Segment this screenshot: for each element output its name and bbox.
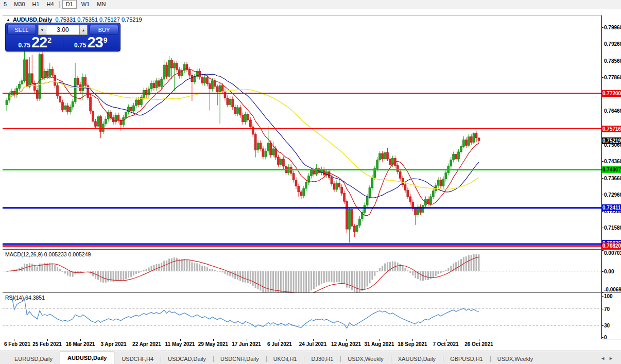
macd-indicator-panel[interactable] xyxy=(3,250,601,292)
tab-gbpusd-h1[interactable]: GBPUSD,H1 xyxy=(443,354,490,364)
date-axis-tick xyxy=(280,339,280,341)
price-badge-0.75716: 0.75716 xyxy=(602,126,621,132)
macd-axis-label: 0.007015 xyxy=(604,250,621,256)
date-axis-label: 11 May 2021 xyxy=(165,341,195,347)
tab-scroll-arrows[interactable]: ◄► xyxy=(600,356,617,361)
date-axis-label: 16 Mar 2021 xyxy=(66,341,95,347)
rsi-axis-tick xyxy=(601,309,603,309)
tab-ukoil-h1[interactable]: UKOil,H1 xyxy=(266,354,304,364)
price-axis-label: 0.79960 xyxy=(604,24,621,30)
date-axis-label: 18 Sep 2021 xyxy=(398,341,427,347)
date-axis-tick xyxy=(80,339,81,341)
price-axis-label: 0.78560 xyxy=(604,58,621,63)
date-axis-tick xyxy=(147,339,147,341)
date-axis-label: 6 Jul 2021 xyxy=(267,341,292,347)
tab-usdx-weekly[interactable]: USDX,Weekly xyxy=(340,354,390,364)
tab-usdx-weekly[interactable]: USDX,Weekly xyxy=(490,354,540,364)
price-axis-label: 0.79260 xyxy=(604,41,621,47)
collapse-arrow-icon[interactable]: ▲ xyxy=(6,18,10,22)
price-axis-tick xyxy=(601,27,603,28)
chart-tab-bar: EURUSD,DailyAUDUSD,DailyUSDCHF,H4USDCAD,… xyxy=(0,351,621,364)
date-axis-label: 12 Aug 2021 xyxy=(331,341,361,347)
date-axis-tick xyxy=(14,339,14,341)
chevron-up-icon: ▲ xyxy=(82,28,85,32)
price-axis-label: 0.71580 xyxy=(604,225,621,231)
price-badge-0.74007: 0.74007 xyxy=(602,166,621,173)
timeframe-button-w1[interactable]: W1 xyxy=(78,0,94,9)
tab-eurusd-daily[interactable]: EURUSD,Daily xyxy=(7,354,60,364)
price-axis-tick xyxy=(601,111,603,111)
date-axis-label: 22 Apr 2021 xyxy=(132,341,161,347)
date-axis-tick xyxy=(313,339,314,341)
timeframe-button-m30[interactable]: M30 xyxy=(10,0,28,9)
tab-usdcnh-daily[interactable]: USDCNH,Daily xyxy=(213,354,266,364)
date-axis-tick xyxy=(47,339,48,341)
timeframe-button-5[interactable]: 5 xyxy=(0,0,10,9)
date-axis-label: 26 Oct 2021 xyxy=(464,341,493,347)
sell-price-big: 22 xyxy=(31,35,47,50)
trading-terminal-window: 5M30H1H4D1W1MN ▲AUDUSD,Daily 0.75331 0.7… xyxy=(0,0,621,364)
price-badge-0.70820: 0.70820 xyxy=(602,242,621,249)
sell-price-display[interactable]: 0.75222 xyxy=(7,36,63,50)
price-axis-label: 0.73660 xyxy=(604,175,621,181)
timeframe-toolbar: 5M30H1H4D1W1MN xyxy=(0,0,621,9)
price-axis-label: 0.74360 xyxy=(604,159,621,164)
buy-button[interactable]: BUY xyxy=(90,25,118,35)
rsi-axis-label: 100 xyxy=(604,293,613,299)
date-axis-tick xyxy=(114,339,114,341)
timeframe-button-h1[interactable]: H1 xyxy=(29,0,43,9)
toolbar-separator xyxy=(111,1,111,8)
volume-input[interactable]: 3.00 xyxy=(46,25,79,35)
tab-audusd-daily[interactable]: AUDUSD,Daily xyxy=(60,352,114,364)
sell-price-prefix: 0.75 xyxy=(19,42,30,48)
timeframe-button-mn[interactable]: MN xyxy=(93,0,109,9)
date-axis-tick xyxy=(479,339,479,341)
date-axis-label: 24 Jul 2021 xyxy=(299,341,326,347)
rsi-axis-label: 70 xyxy=(604,306,610,311)
date-axis-label: 3 Apr 2021 xyxy=(100,341,126,347)
price-axis-label: 0.72960 xyxy=(604,192,621,198)
chevron-down-icon: ▼ xyxy=(41,28,44,32)
price-axis-tick xyxy=(601,77,603,78)
price-axis-tick xyxy=(601,145,603,145)
sell-button[interactable]: SELL xyxy=(7,25,36,35)
rsi-label: RSI(14) 64.3851 xyxy=(5,294,45,301)
one-click-trading-panel: SELL ▼ 3.00 ▲ BUY 0.75222 0.75239 xyxy=(5,23,120,51)
date-axis-tick xyxy=(412,339,413,341)
volume-decrease-button[interactable]: ▼ xyxy=(38,25,46,35)
price-axis-tick xyxy=(601,195,603,195)
date-axis-label: 29 May 2021 xyxy=(198,341,228,347)
tab-dj30-h1[interactable]: DJ30,H1 xyxy=(304,354,340,364)
macd-axis-tick xyxy=(601,271,603,272)
buy-price-display[interactable]: 0.75239 xyxy=(63,36,119,50)
sell-price-pip: 2 xyxy=(47,37,51,44)
date-axis-label: 17 Jun 2021 xyxy=(232,341,261,347)
timeframe-button-d1[interactable]: D1 xyxy=(62,0,77,9)
price-axis-tick xyxy=(601,178,603,179)
candles-layer xyxy=(6,51,480,243)
rsi-indicator-panel[interactable] xyxy=(3,293,601,339)
date-axis-label: 31 Aug 2021 xyxy=(365,341,394,347)
tab-xauusd-daily[interactable]: XAUUSD,Daily xyxy=(391,354,443,364)
macd-histogram-layer xyxy=(6,254,480,292)
date-axis[interactable]: 6 Feb 202125 Feb 202116 Mar 20213 Apr 20… xyxy=(3,339,601,350)
chart-title: ▲AUDUSD,Daily 0.75331 0.75351 0.75127 0.… xyxy=(6,16,142,23)
tab-usdcad-daily[interactable]: USDCAD,Daily xyxy=(161,354,213,364)
buy-price-pip: 9 xyxy=(104,37,108,44)
date-axis-tick xyxy=(446,339,446,341)
date-axis-tick xyxy=(247,339,247,341)
price-axis-tick xyxy=(601,228,603,228)
chart-ohlc-values: 0.75331 0.75351 0.75127 0.75219 xyxy=(55,16,142,23)
date-axis-label: 7 Oct 2021 xyxy=(433,341,458,347)
tab-usdchf-h4[interactable]: USDCHF,H4 xyxy=(114,354,161,364)
date-axis-label: 25 Feb 2021 xyxy=(32,341,62,347)
volume-increase-button[interactable]: ▲ xyxy=(79,25,88,35)
rsi-axis-label: 30 xyxy=(604,323,610,328)
rsi-axis-tick xyxy=(601,337,603,338)
timeframe-button-h4[interactable]: H4 xyxy=(43,0,58,9)
buy-price-prefix: 0.75 xyxy=(74,42,86,48)
chart-symbol-label: AUDUSD,Daily xyxy=(13,16,52,23)
buy-price-big: 23 xyxy=(87,35,102,50)
date-axis-tick xyxy=(180,339,181,341)
rsi-axis-tick xyxy=(601,296,603,297)
